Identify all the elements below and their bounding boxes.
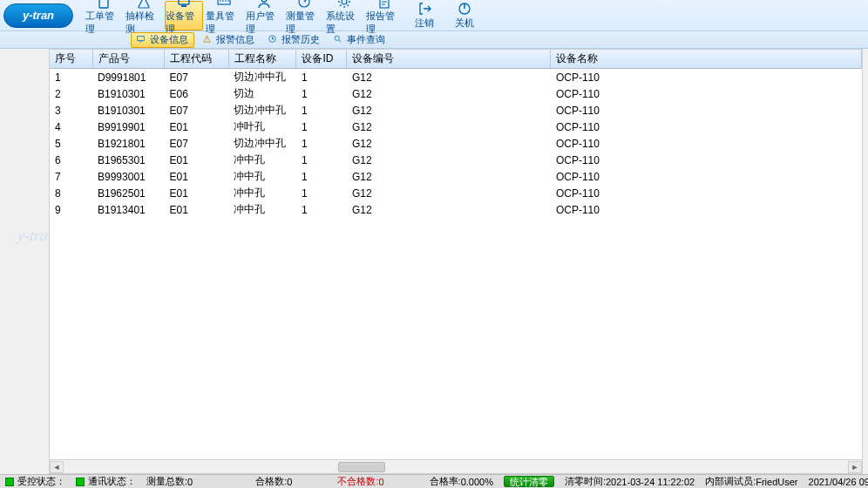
cell: E01 — [164, 201, 228, 218]
svg-point-12 — [207, 40, 207, 41]
cell: 1 — [296, 152, 347, 168]
cell: D9991801 — [92, 69, 164, 86]
table-scroll-area: 序号产品号工程代码工程名称设备ID设备编号设备名称 1D9991801E07切边… — [50, 50, 862, 459]
cell: 4 — [50, 119, 92, 135]
cell: OCP-110 — [551, 201, 862, 218]
cell: E06 — [164, 85, 228, 102]
cell: B1910301 — [92, 85, 164, 102]
subtab-alert[interactable]: 报警信息 — [198, 32, 260, 48]
toolbar-gear-button[interactable]: 系统设置 — [325, 1, 363, 30]
cell: 冲中孔 — [228, 185, 296, 201]
toolbar-logout-button[interactable]: 注销 — [405, 1, 444, 30]
total-label: 测量总数: — [146, 475, 187, 488]
table-row[interactable]: 3B1910301E07切边冲中孔1G12OCP-110 — [50, 102, 862, 119]
comm-led-icon — [76, 478, 85, 486]
cell: OCP-110 — [551, 102, 862, 119]
toolbar-gauge-button[interactable]: 测量管理 — [285, 1, 323, 30]
table-row[interactable]: 6B1965301E01冲中孔1G12OCP-110 — [50, 152, 862, 168]
cell: B9919901 — [92, 119, 164, 135]
toolbar-power-button[interactable]: 关机 — [445, 1, 484, 30]
toolbar-ruler-button[interactable]: 量具管理 — [205, 1, 243, 30]
cell: G12 — [347, 185, 551, 201]
subtab-device-small[interactable]: 设备信息 — [131, 32, 194, 48]
table-row[interactable]: 5B1921801E07切边冲中孔1G12OCP-110 — [50, 135, 862, 152]
col-header[interactable]: 序号 — [50, 50, 92, 69]
fail-value: 0 — [378, 477, 383, 487]
scroll-thumb[interactable] — [338, 462, 385, 472]
cell: OCP-110 — [551, 135, 862, 152]
col-header[interactable]: 设备名称 — [551, 50, 862, 69]
cell: G12 — [347, 119, 551, 135]
top-toolbar: y-tran 工单管理抽样检测设备管理量具管理用户管理测量管理系统设置报告管理注… — [0, 0, 868, 31]
cell: B1965301 — [92, 152, 164, 168]
scroll-right-arrow[interactable]: ► — [848, 461, 862, 473]
col-header[interactable]: 工程名称 — [228, 50, 296, 69]
cell: 2 — [50, 85, 92, 102]
device-small-icon — [137, 35, 147, 45]
table-row[interactable]: 7B9993001E01冲中孔1G12OCP-110 — [50, 168, 862, 185]
cell: G12 — [347, 102, 551, 119]
cell: 切边冲中孔 — [228, 69, 296, 86]
toolbar-report-button[interactable]: 报告管理 — [365, 1, 403, 30]
recv-led-icon — [5, 478, 14, 486]
cell: E01 — [164, 168, 228, 185]
cell: E01 — [164, 152, 228, 168]
cell: E07 — [164, 69, 228, 86]
scroll-track[interactable] — [64, 461, 848, 473]
cell: B1913401 — [92, 201, 164, 218]
report-icon — [377, 0, 391, 9]
svg-rect-3 — [181, 5, 186, 7]
cell: G12 — [347, 85, 551, 102]
horizontal-scrollbar[interactable]: ◄ ► — [50, 459, 862, 473]
clipboard-icon — [97, 0, 111, 9]
cell: B1910301 — [92, 102, 164, 119]
toolbar-clipboard-button[interactable]: 工单管理 — [85, 1, 123, 30]
rate-label: 合格率: — [430, 475, 461, 488]
cell: B1962501 — [92, 185, 164, 201]
svg-point-14 — [335, 36, 339, 40]
cell: 1 — [296, 201, 347, 218]
clock-value: 2021/04/26 09:06:35 — [809, 477, 868, 487]
col-header[interactable]: 设备ID — [296, 50, 347, 69]
table-row[interactable]: 8B1962501E01冲中孔1G12OCP-110 — [50, 185, 862, 201]
cell: E01 — [164, 119, 228, 135]
toolbar-label: 注销 — [415, 17, 434, 30]
svg-rect-11 — [139, 41, 142, 42]
cell: OCP-110 — [551, 185, 862, 201]
cell: OCP-110 — [551, 152, 862, 168]
flask-icon — [137, 0, 151, 9]
toolbar-user-button[interactable]: 用户管理 — [245, 1, 283, 30]
col-header[interactable]: 产品号 — [92, 50, 164, 69]
total-value: 0 — [187, 477, 193, 487]
cell: 切边冲中孔 — [228, 102, 296, 119]
toolbar-flask-button[interactable]: 抽样检测 — [125, 1, 163, 30]
table-row[interactable]: 4B9919901E01冲叶孔1G12OCP-110 — [50, 119, 862, 135]
cell: G12 — [347, 135, 551, 152]
subtab-search[interactable]: 事件查询 — [329, 32, 390, 48]
clear-stats-button[interactable]: 统计清零 — [504, 476, 554, 487]
data-grid-panel: 序号产品号工程代码工程名称设备ID设备编号设备名称 1D9991801E07切边… — [49, 49, 863, 474]
cell: G12 — [347, 69, 551, 86]
col-header[interactable]: 工程代码 — [164, 50, 228, 69]
subtab-label: 报警历史 — [281, 33, 320, 46]
toolbar-label: 工单管理 — [85, 10, 122, 36]
ruler-icon — [217, 0, 231, 9]
scroll-left-arrow[interactable]: ◄ — [50, 461, 64, 473]
gauge-icon — [297, 0, 311, 9]
cell: OCP-110 — [551, 168, 862, 185]
cell: E07 — [164, 102, 228, 119]
cell: 5 — [50, 135, 92, 152]
toolbar-device-button[interactable]: 设备管理 — [165, 1, 203, 30]
subtab-history[interactable]: 报警历史 — [263, 32, 325, 48]
user-label: 内部调试员: — [705, 475, 756, 488]
table-row[interactable]: 2B1910301E06切边1G12OCP-110 — [50, 85, 862, 102]
col-header[interactable]: 设备编号 — [347, 50, 551, 69]
cell: 1 — [296, 135, 347, 152]
cell: G12 — [347, 168, 551, 185]
subtab-label: 报警信息 — [216, 33, 254, 46]
cell: E01 — [164, 185, 228, 201]
cell: 1 — [296, 119, 347, 135]
table-row[interactable]: 9B1913401E01冲中孔1G12OCP-110 — [50, 201, 862, 218]
table-row[interactable]: 1D9991801E07切边冲中孔1G12OCP-110 — [50, 69, 862, 86]
cell: 1 — [296, 69, 347, 86]
